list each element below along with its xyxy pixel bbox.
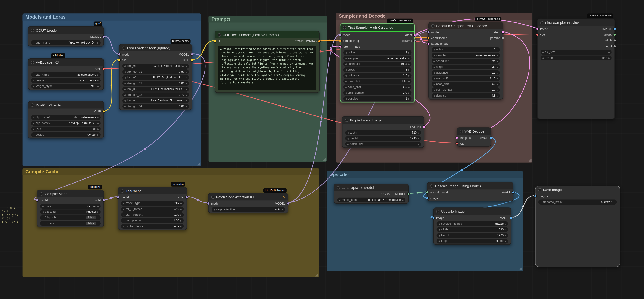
arrow-right-icon[interactable]: ▶ — [186, 70, 187, 73]
widget-scheduler[interactable]: ◀schedulerBeta▶ — [432, 58, 500, 64]
arrow-left-icon[interactable]: ◀ — [339, 199, 340, 201]
arrow-left-icon[interactable]: ◀ — [438, 240, 440, 242]
arrow-left-icon[interactable]: ◀ — [124, 76, 126, 79]
node-title[interactable]: Secound Samper Low Guidance — [429, 22, 502, 29]
widget-image[interactable]: ◀imagenone▶ — [540, 55, 612, 60]
arrow-right-icon[interactable]: ▶ — [496, 54, 498, 57]
arrow-right-icon[interactable]: ▶ — [505, 240, 506, 242]
port-dot-icon[interactable] — [490, 136, 492, 139]
node-title[interactable]: VAELoader KJ — [28, 59, 104, 66]
input-port-clip[interactable]: clip — [121, 58, 126, 62]
port-dot-icon[interactable] — [102, 110, 105, 113]
output-port-params[interactable]: params — [402, 39, 413, 42]
collapse-dot-icon[interactable] — [460, 130, 463, 133]
arrow-right-icon[interactable]: ▶ — [180, 202, 182, 204]
arrow-left-icon[interactable]: ◀ — [433, 66, 435, 68]
port-dot-icon[interactable] — [613, 33, 616, 36]
arrow-left-icon[interactable]: ◀ — [42, 205, 44, 207]
arrow-left-icon[interactable]: ◀ — [33, 122, 34, 124]
widget-filename_prefix[interactable]: ◀filename_prefixComfyUI▶ — [538, 200, 617, 204]
port-dot-icon[interactable] — [118, 58, 120, 61]
collapse-dot-icon[interactable] — [345, 118, 348, 122]
output-port-CLIP[interactable]: CLIP — [94, 110, 102, 113]
widget-lora_04[interactable]: ◀lora_04lora_Realism_FLux.safe...▶ — [122, 98, 189, 103]
input-port-image[interactable]: image — [429, 196, 438, 200]
arrow-left-icon[interactable]: ◀ — [345, 92, 347, 94]
port-dot-icon[interactable] — [214, 40, 216, 42]
arrow-left-icon[interactable]: ◀ — [433, 94, 435, 97]
output-port-model[interactable]: model — [93, 198, 102, 202]
port-dot-icon[interactable] — [191, 58, 194, 61]
output-port-latent[interactable]: latent — [493, 30, 502, 34]
collapse-dot-icon[interactable] — [540, 21, 543, 24]
port-dot-icon[interactable] — [426, 196, 429, 199]
widget-split_sigmas[interactable]: ◀split_sigmas1.0▶ — [432, 87, 500, 92]
arrow-right-icon[interactable]: ▶ — [98, 85, 99, 88]
output-port-params[interactable]: params — [490, 36, 502, 40]
arrow-left-icon[interactable]: ◀ — [33, 42, 34, 44]
arrow-right-icon[interactable]: ▶ — [98, 79, 99, 82]
widget-device[interactable]: ◀devicedefault▶ — [31, 132, 101, 137]
node-empty-latent-image[interactable]: Empty Latent ImageLATENT◀width720▶◀heigh… — [342, 116, 424, 148]
widget-end_percent[interactable]: ◀end_percent1.00▶ — [121, 218, 184, 223]
widget-weight_dtype[interactable]: ◀weight_dtypebf16▶ — [31, 84, 101, 89]
port-dot-icon[interactable] — [456, 136, 458, 139]
arrow-left-icon[interactable]: ◀ — [438, 234, 440, 236]
group-title[interactable]: Prompts — [209, 16, 326, 22]
collapse-dot-icon[interactable] — [538, 188, 541, 191]
port-dot-icon[interactable] — [287, 202, 290, 204]
arrow-right-icon[interactable]: ▶ — [98, 42, 99, 44]
arrow-left-icon[interactable]: ◀ — [33, 133, 34, 136]
arrow-right-icon[interactable]: ▶ — [418, 132, 419, 134]
node-title[interactable]: GGUF Loader — [28, 26, 104, 34]
port-dot-icon[interactable] — [536, 27, 539, 30]
widget-noise[interactable]: ◀noise?▶ — [432, 47, 500, 52]
port-dot-icon[interactable] — [427, 42, 430, 45]
arrow-left-icon[interactable]: ◀ — [438, 228, 440, 231]
arrow-right-icon[interactable]: ▶ — [408, 97, 410, 100]
output-port-IMAGE[interactable]: IMAGE — [602, 27, 613, 30]
collapse-dot-icon[interactable] — [211, 195, 214, 198]
output-port-MODEL[interactable]: MODEL — [275, 202, 286, 205]
port-dot-icon[interactable] — [613, 45, 616, 48]
arrow-left-icon[interactable]: ◀ — [123, 202, 124, 204]
input-port-model[interactable]: model — [39, 198, 48, 202]
output-port-IMAGE[interactable]: IMAGE — [499, 216, 510, 220]
arrow-right-icon[interactable]: ▶ — [496, 48, 498, 51]
collapse-dot-icon[interactable] — [31, 103, 34, 106]
input-port-vae[interactable]: vae — [458, 142, 464, 145]
widget-start_percent[interactable]: ◀start_percent0.00▶ — [121, 212, 184, 217]
widget-strength_04[interactable]: ◀strength_041.00▶ — [122, 104, 189, 109]
input-port-model[interactable]: model — [210, 202, 219, 205]
arrow-left-icon[interactable]: ◀ — [345, 68, 347, 71]
node-clip-text-encode-positive[interactable]: CLIP Text Encode (Positive Prompt)clipCO… — [215, 31, 320, 93]
collapse-dot-icon[interactable] — [343, 26, 346, 29]
port-dot-icon[interactable] — [339, 39, 342, 42]
collapse-dot-icon[interactable] — [31, 28, 34, 32]
input-port-latent[interactable]: latent — [539, 27, 548, 30]
node-teacache[interactable]: teacacheTeaCachemodelmodel◀model_typeflu… — [118, 187, 187, 230]
widget-base_shift[interactable]: ◀base_shift0.5▶ — [432, 82, 500, 86]
node-title[interactable]: First Sampler Preview — [538, 19, 614, 26]
node-vae-decode[interactable]: VAE DecodesamplesIMAGEvae — [457, 127, 491, 146]
arrow-left-icon[interactable]: ◀ — [438, 223, 440, 225]
arrow-left-icon[interactable]: ◀ — [433, 71, 435, 74]
arrow-left-icon[interactable]: ◀ — [124, 94, 126, 96]
node-upscale-image[interactable]: Upscale ImageimageIMAGE◀upscale_methodla… — [433, 207, 511, 244]
widget-guidance[interactable]: ◀guidance3.5▶ — [344, 73, 412, 78]
arrow-right-icon[interactable]: ▶ — [180, 208, 182, 210]
arrow-right-icon[interactable]: ▶ — [186, 94, 187, 96]
arrow-left-icon[interactable]: ◀ — [347, 132, 349, 134]
arrow-right-icon[interactable]: ▶ — [496, 60, 498, 62]
arrow-right-icon[interactable]: ▶ — [98, 116, 99, 119]
arrow-left-icon[interactable]: ◀ — [33, 128, 34, 130]
widget-lora_01[interactable]: ◀lora_01FC Flux Perfect Busts.s...▶ — [122, 64, 189, 68]
port-dot-icon[interactable] — [502, 36, 504, 39]
port-dot-icon[interactable] — [613, 39, 616, 42]
port-dot-icon[interactable] — [339, 45, 342, 48]
node-title[interactable]: Upscale Image — [434, 208, 511, 215]
widget-base_shift[interactable]: ◀base_shift0.5▶ — [344, 84, 412, 90]
node-patch-sage-attention-kj[interactable]: [BETA] KJNodesPatch Sage Attention KJ?mo… — [208, 193, 288, 213]
group-title[interactable]: Upscaler — [326, 171, 523, 178]
arrow-right-icon[interactable]: ▶ — [98, 122, 99, 124]
